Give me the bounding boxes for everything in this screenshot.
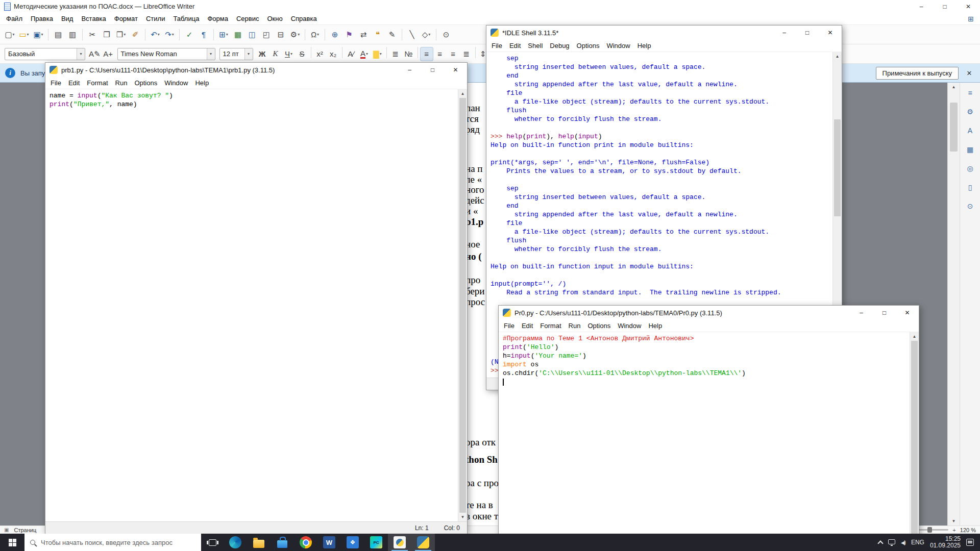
prb1-title-bar[interactable]: prb1.py - C:\Users\u111-01\Desktop\pytho… — [45, 63, 467, 77]
font-name-combo[interactable]: Times New Roman ▾ — [117, 48, 215, 60]
scrollbar-thumb[interactable] — [459, 98, 466, 513]
sidebar-settings-icon[interactable]: ≡ — [964, 87, 977, 99]
save-button[interactable]: ▣▾ — [32, 28, 45, 42]
font-color-button[interactable]: А▾ — [358, 47, 371, 61]
writer-menu-help[interactable]: Справка — [287, 13, 321, 24]
start-button[interactable] — [0, 534, 24, 551]
store-button[interactable] — [271, 534, 294, 551]
scroll-up-icon[interactable]: ▲ — [833, 52, 842, 61]
scroll-up-icon[interactable]: ▲ — [910, 332, 919, 341]
open-button[interactable]: ▭▾ — [17, 28, 31, 42]
page-break-button[interactable]: ⊟ — [274, 28, 287, 42]
properties-icon[interactable]: ⚙ — [964, 106, 977, 118]
navigator-icon[interactable]: ◎ — [964, 162, 977, 174]
chevron-down-icon[interactable]: ▾ — [77, 48, 85, 60]
cut-button[interactable]: ✂ — [86, 28, 99, 42]
pr0-menu-format[interactable]: Format — [536, 320, 565, 331]
track-changes-button[interactable]: ✎ — [385, 28, 399, 42]
gallery-icon[interactable]: ▦ — [964, 143, 977, 156]
writer-menu-form[interactable]: Форма — [203, 13, 232, 24]
insert-table-button[interactable]: ⊞▾ — [217, 28, 230, 42]
insert-comment-button[interactable]: ❝ — [371, 28, 384, 42]
clone-formatting-button[interactable]: ✐ — [129, 28, 142, 42]
release-notes-button[interactable]: Примечания к выпуску — [876, 67, 959, 80]
scrollbar-thumb[interactable] — [834, 119, 841, 216]
formatting-marks-button[interactable]: ¶ — [197, 28, 210, 42]
libreoffice-grid-icon[interactable]: ⊞ — [968, 15, 974, 23]
idle-button[interactable] — [388, 534, 411, 551]
maximize-button[interactable]: □ — [873, 306, 896, 320]
shell-menu-debug[interactable]: Debug — [546, 40, 573, 51]
minimize-button[interactable]: – — [773, 26, 796, 40]
insert-textbox-button[interactable]: ◰ — [260, 28, 273, 42]
writer-title-bar[interactable]: Методические указания по ПОАС.docx — Lib… — [0, 0, 980, 13]
shell-menu-help[interactable]: Help — [634, 40, 655, 51]
writer-menu-view[interactable]: Вид — [57, 13, 78, 24]
styles-panel-icon[interactable]: A — [964, 124, 977, 137]
pycharm-button[interactable]: PC — [364, 534, 388, 551]
infobar-close-icon[interactable]: ✕ — [964, 69, 975, 77]
insert-bookmark-button[interactable]: ⚑ — [342, 28, 356, 42]
minimize-button[interactable]: – — [910, 0, 933, 13]
insert-line-button[interactable]: ╲ — [405, 28, 419, 42]
italic-button[interactable]: К — [269, 47, 282, 61]
pr0-menu-file[interactable]: File — [500, 320, 518, 331]
action-center-icon[interactable] — [966, 539, 974, 546]
maximize-button[interactable]: □ — [796, 26, 819, 40]
chevron-down-icon[interactable]: ▾ — [207, 48, 215, 60]
prb1-menu-run[interactable]: Run — [112, 78, 131, 88]
insert-special-character-button[interactable]: Ω▾ — [308, 28, 322, 42]
shell-menu-edit[interactable]: Edit — [506, 40, 524, 51]
prb1-text-area[interactable]: name = input("Как Вас зовут? ")print("Пр… — [45, 89, 467, 521]
writer-menu-table[interactable]: Таблица — [169, 13, 203, 24]
writer-menu-styles[interactable]: Стили — [142, 13, 169, 24]
scrollbar-thumb[interactable] — [950, 103, 958, 152]
spelling-button[interactable]: ✓ — [183, 28, 196, 42]
new-document-button[interactable]: ▢▾ — [3, 28, 16, 42]
align-right-button[interactable]: ≡ — [447, 47, 460, 61]
maximize-button[interactable]: □ — [421, 63, 444, 77]
prb1-scrollbar[interactable]: ▲ ▼ — [458, 89, 467, 521]
close-button[interactable]: ✕ — [444, 63, 467, 77]
network-icon[interactable] — [888, 539, 895, 544]
photos-button[interactable]: ❖ — [341, 534, 364, 551]
subscript-button[interactable]: x₂ — [327, 47, 340, 61]
scrollbar-thumb[interactable] — [911, 341, 918, 551]
shell-menu-shell[interactable]: Shell — [524, 40, 546, 51]
chrome-button[interactable] — [294, 534, 317, 551]
writer-menu-file[interactable]: Файл — [2, 13, 27, 24]
taskbar-clock[interactable]: 15:25 01.09.2025 — [930, 536, 961, 549]
chevron-up-icon[interactable] — [877, 540, 883, 546]
insert-hyperlink-button[interactable]: ⊕ — [328, 28, 341, 42]
copy-button[interactable]: ❐ — [100, 28, 113, 42]
pr0-menu-window[interactable]: Window — [614, 320, 645, 331]
insert-chart-button[interactable]: ◫ — [246, 28, 259, 42]
bold-button[interactable]: Ж — [256, 47, 269, 61]
prb1-menu-edit[interactable]: Edit — [65, 78, 83, 88]
search-input[interactable] — [40, 538, 195, 547]
prb1-menu-options[interactable]: Options — [131, 78, 161, 88]
word-button[interactable]: W — [317, 534, 341, 551]
pr0-menu-run[interactable]: Run — [565, 320, 584, 331]
basic-shapes-button[interactable]: ◇▾ — [420, 28, 433, 42]
writer-menu-format[interactable]: Формат — [110, 13, 142, 24]
writer-menu-insert[interactable]: Вставка — [77, 13, 110, 24]
minimize-button[interactable]: – — [398, 63, 421, 77]
new-style-button[interactable]: A+ — [102, 47, 115, 61]
print-preview-button[interactable]: ▥ — [66, 28, 79, 42]
numbering-button[interactable]: № — [402, 47, 415, 61]
zoom-in-button[interactable]: + — [952, 527, 955, 533]
writer-menu-window[interactable]: Окно — [263, 13, 286, 24]
edge-button[interactable] — [224, 534, 247, 551]
scroll-down-icon[interactable]: ▼ — [948, 517, 960, 525]
insert-cross-reference-button[interactable]: ⇄ — [357, 28, 370, 42]
minimize-button[interactable]: – — [850, 306, 873, 320]
paste-button[interactable]: ❒▾ — [114, 28, 128, 42]
pr0-text-area[interactable]: #Программа по Теме 1 <Антонов Дмитрий Ан… — [499, 332, 919, 551]
insert-field-button[interactable]: ⚙▾ — [288, 28, 302, 42]
scroll-down-icon[interactable]: ▼ — [458, 513, 467, 521]
prb1-menu-file[interactable]: File — [47, 78, 65, 88]
undo-button[interactable]: ↶▾ — [149, 28, 162, 42]
paragraph-style-combo[interactable]: Базовый ▾ — [5, 48, 85, 60]
maximize-button[interactable]: □ — [933, 0, 957, 13]
